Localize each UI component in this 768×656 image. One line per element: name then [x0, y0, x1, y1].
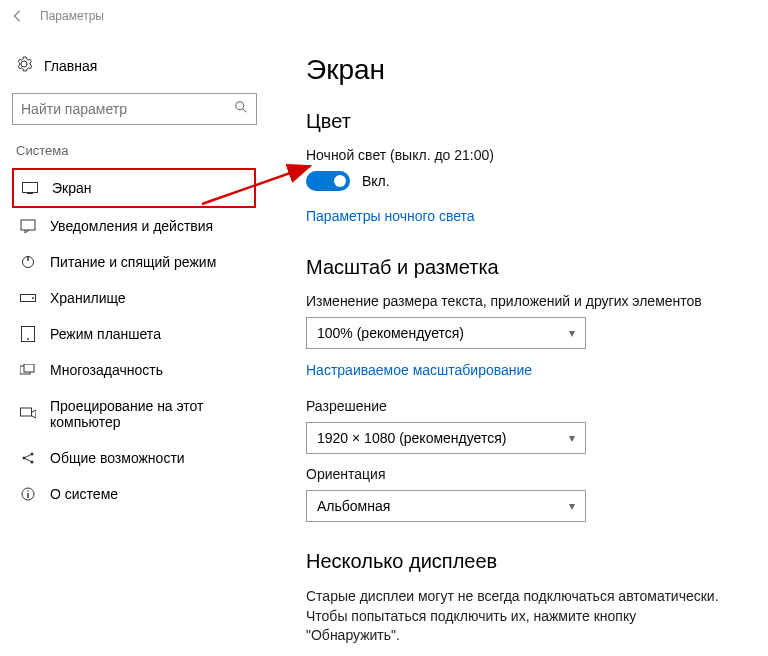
sidebar-item-about[interactable]: О системе: [12, 476, 256, 512]
sidebar-item-label: Общие возможности: [50, 450, 185, 466]
sidebar-group-header: Система: [16, 143, 256, 158]
window-title: Параметры: [40, 9, 104, 23]
sidebar-item-label: Режим планшета: [50, 326, 161, 342]
sidebar-item-label: Многозадачность: [50, 362, 163, 378]
sidebar-item-label: Проецирование на этот компьютер: [50, 398, 248, 430]
svg-point-0: [236, 102, 244, 110]
display-icon: [22, 182, 38, 194]
search-input[interactable]: [21, 101, 234, 117]
resolution-select[interactable]: 1920 × 1080 (рекомендуется) ▾: [306, 422, 586, 454]
info-icon: [20, 487, 36, 501]
sidebar-item-projecting[interactable]: Проецирование на этот компьютер: [12, 388, 256, 440]
svg-line-18: [25, 459, 31, 462]
tablet-icon: [20, 326, 36, 342]
svg-point-10: [27, 338, 29, 340]
orientation-value: Альбомная: [317, 498, 390, 514]
night-light-settings-link[interactable]: Параметры ночного света: [306, 208, 475, 224]
scale-select[interactable]: 100% (рекомендуется) ▾: [306, 317, 586, 349]
chevron-down-icon: ▾: [569, 499, 575, 513]
shared-icon: [20, 451, 36, 465]
sidebar-item-tablet[interactable]: Режим планшета: [12, 316, 256, 352]
svg-rect-2: [23, 183, 38, 193]
search-icon: [234, 100, 248, 118]
chevron-down-icon: ▾: [569, 326, 575, 340]
scale-label: Изменение размера текста, приложений и д…: [306, 293, 740, 309]
scale-value: 100% (рекомендуется): [317, 325, 464, 341]
chevron-down-icon: ▾: [569, 431, 575, 445]
sidebar-item-label: Хранилище: [50, 290, 126, 306]
sidebar-item-label: О системе: [50, 486, 118, 502]
svg-point-8: [32, 297, 34, 299]
search-box[interactable]: [12, 93, 257, 125]
resolution-label: Разрешение: [306, 398, 740, 414]
orientation-label: Ориентация: [306, 466, 740, 482]
main-content: Экран Цвет Ночной свет (выкл. до 21:00) …: [272, 32, 768, 656]
sidebar-item-multitasking[interactable]: Многозадачность: [12, 352, 256, 388]
svg-rect-12: [24, 364, 34, 372]
toggle-knob: [334, 175, 346, 187]
svg-point-20: [27, 490, 29, 492]
power-icon: [20, 255, 36, 269]
orientation-select[interactable]: Альбомная ▾: [306, 490, 586, 522]
sidebar-item-label: Питание и спящий режим: [50, 254, 216, 270]
scale-section-title: Масштаб и разметка: [306, 256, 740, 279]
gear-icon: [16, 56, 32, 75]
sidebar-item-label: Уведомления и действия: [50, 218, 213, 234]
back-arrow-icon: [11, 9, 25, 23]
custom-scaling-link[interactable]: Настраиваемое масштабирование: [306, 362, 532, 378]
back-button[interactable]: [8, 6, 28, 26]
night-light-toggle[interactable]: [306, 171, 350, 191]
sidebar: Главная Система Экран Уведомления и дейс…: [0, 32, 272, 656]
color-section-title: Цвет: [306, 110, 740, 133]
projecting-icon: [20, 407, 36, 421]
svg-rect-4: [21, 220, 35, 230]
multi-displays-section-title: Несколько дисплеев: [306, 550, 740, 573]
home-label: Главная: [44, 58, 97, 74]
home-nav[interactable]: Главная: [12, 48, 256, 83]
sidebar-item-storage[interactable]: Хранилище: [12, 280, 256, 316]
page-title: Экран: [306, 54, 740, 86]
sidebar-item-display[interactable]: Экран: [12, 168, 256, 208]
multi-displays-description: Старые дисплеи могут не всегда подключат…: [306, 587, 726, 646]
sidebar-item-notifications[interactable]: Уведомления и действия: [12, 208, 256, 244]
sidebar-item-label: Экран: [52, 180, 92, 196]
svg-line-17: [25, 455, 31, 458]
storage-icon: [20, 294, 36, 302]
sidebar-item-power[interactable]: Питание и спящий режим: [12, 244, 256, 280]
night-light-label: Ночной свет (выкл. до 21:00): [306, 147, 740, 163]
notification-icon: [20, 219, 36, 233]
svg-rect-13: [21, 408, 32, 416]
toggle-state-label: Вкл.: [362, 173, 390, 189]
svg-line-1: [243, 109, 247, 113]
multitasking-icon: [20, 364, 36, 376]
resolution-value: 1920 × 1080 (рекомендуется): [317, 430, 506, 446]
sidebar-item-shared[interactable]: Общие возможности: [12, 440, 256, 476]
